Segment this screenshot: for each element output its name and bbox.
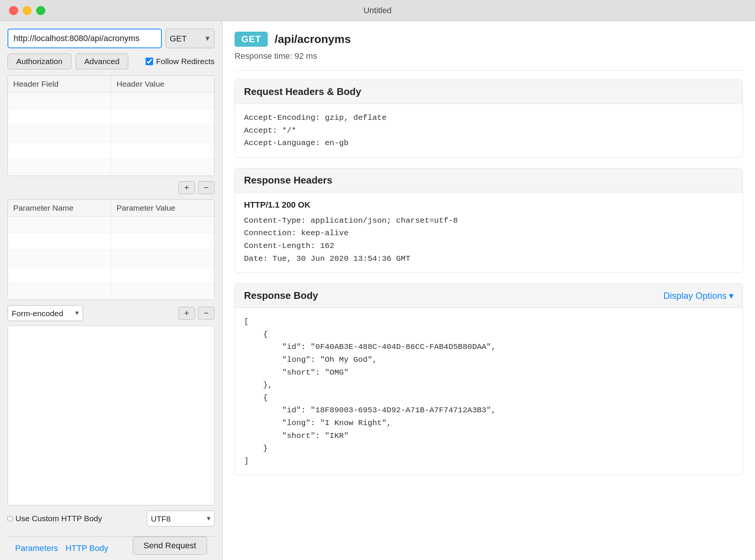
remove-header-button[interactable]: − [198,181,215,194]
response-headers-card: Response Headers HTTP/1.1 200 OK Content… [235,168,743,273]
response-body-header: Response Body Display Options ▾ [235,284,743,308]
response-headers-title: Response Headers [235,168,743,193]
header-value-cell[interactable] [111,109,214,125]
encoding-row: Form-encoded JSON XML ▼ + − [8,305,215,321]
params-plus-minus-row: + − [178,307,215,320]
advanced-button[interactable]: Advanced [76,54,128,69]
header-field-cell[interactable] [8,142,111,159]
header-field-cell[interactable] [8,93,111,109]
table-row [8,109,214,126]
headers-table: Header Field Header Value [8,75,215,176]
param-name-cell[interactable] [8,233,111,249]
utf8-select[interactable]: UTF8 UTF16 ASCII [147,511,215,526]
main-layout: GET POST PUT DELETE PATCH ▼ Authorizatio… [0,21,755,560]
add-param-button[interactable]: + [178,307,195,320]
response-headers-content: Content-Type: application/json; charset=… [244,214,734,265]
display-options-button[interactable]: Display Options ▾ [663,291,734,301]
window-controls [9,6,45,15]
buttons-row: Authorization Advanced Follow Redirects [8,54,215,69]
table-row [8,126,214,142]
params-table-header: Parameter Name Parameter Value [8,200,214,217]
custom-body-label: Use Custom HTTP Body [8,514,102,523]
headers-plus-minus-row: + − [8,181,215,194]
param-value-cell[interactable] [111,233,214,249]
follow-redirects-checkbox[interactable] [146,58,153,65]
param-value-col: Parameter Value [111,200,214,216]
header-value-cell[interactable] [111,159,214,176]
param-name-cell[interactable] [8,250,111,266]
response-headers-body: HTTP/1.1 200 OK Content-Type: applicatio… [235,193,743,272]
encoding-select-wrapper: Form-encoded JSON XML ▼ [8,305,83,321]
maximize-button[interactable] [36,6,45,15]
param-name-cell[interactable] [8,283,111,300]
response-time: Response time: 92 ms [235,51,743,61]
table-row [8,217,214,233]
url-row: GET POST PUT DELETE PATCH ▼ [8,29,215,48]
divider [235,70,743,70]
param-value-cell[interactable] [111,283,214,300]
custom-body-row: Use Custom HTTP Body UTF8 UTF16 ASCII ▼ [8,511,215,530]
header-value-col: Header Value [111,76,214,92]
param-value-cell[interactable] [111,250,214,266]
param-name-col: Parameter Name [8,200,111,216]
authorization-button[interactable]: Authorization [8,54,71,69]
remove-param-button[interactable]: − [198,307,215,320]
encoding-select[interactable]: Form-encoded JSON XML [8,305,83,321]
send-request-button[interactable]: Send Request [133,537,207,555]
tab-http-body[interactable]: HTTP Body [66,542,108,555]
table-row [8,233,214,250]
method-select[interactable]: GET POST PUT DELETE PATCH [166,29,215,48]
header-field-cell[interactable] [8,109,111,125]
header-field-cell[interactable] [8,159,111,176]
response-status: HTTP/1.1 200 OK [244,200,734,210]
param-name-cell[interactable] [8,217,111,233]
custom-body-checkbox[interactable] [8,516,12,521]
utf8-select-wrapper: UTF8 UTF16 ASCII ▼ [147,511,215,526]
minimize-button[interactable] [23,6,32,15]
request-headers-body: Accept-Encoding: gzip, deflate Accept: *… [235,104,743,157]
request-headers-content: Accept-Encoding: gzip, deflate Accept: *… [244,112,734,150]
endpoint-header: GET /api/acronyms [235,32,743,47]
body-textarea[interactable] [8,326,215,505]
right-panel: GET /api/acronyms Response time: 92 ms R… [223,21,755,560]
param-value-cell[interactable] [111,217,214,233]
headers-table-header: Header Field Header Value [8,76,214,93]
header-value-cell[interactable] [111,126,214,142]
header-field-col: Header Field [8,76,111,92]
follow-redirects-label: Follow Redirects [146,57,215,66]
response-body-content-wrapper: [ { "id": "0F40AB3E-488C-404D-86CC-FAB4D… [235,308,743,475]
header-value-cell[interactable] [111,142,214,159]
chevron-down-icon: ▾ [729,291,734,301]
param-value-cell[interactable] [111,266,214,283]
table-row [8,93,214,109]
get-badge: GET [235,32,268,47]
table-row [8,159,214,176]
table-row [8,266,214,283]
response-body-title: Response Body [244,290,318,301]
bottom-bar: Parameters HTTP Body Send Request [8,536,215,560]
url-input[interactable] [8,29,162,48]
tab-parameters[interactable]: Parameters [15,542,58,555]
header-value-cell[interactable] [111,93,214,109]
endpoint-path: /api/acronyms [275,33,351,46]
add-header-button[interactable]: + [178,181,195,194]
response-body-content: [ { "id": "0F40AB3E-488C-404D-86CC-FAB4D… [244,315,734,467]
bottom-tabs: Parameters HTTP Body Send Request [8,536,215,560]
table-row [8,142,214,159]
window-title: Untitled [364,6,392,15]
request-headers-title: Request Headers & Body [235,80,743,104]
response-body-card: Response Body Display Options ▾ [ { "id"… [235,283,743,475]
table-row [8,250,214,266]
param-name-cell[interactable] [8,266,111,283]
close-button[interactable] [9,6,18,15]
header-field-cell[interactable] [8,126,111,142]
titlebar: Untitled [0,0,755,21]
method-select-wrapper: GET POST PUT DELETE PATCH ▼ [166,29,215,48]
left-panel: GET POST PUT DELETE PATCH ▼ Authorizatio… [0,21,223,560]
params-table: Parameter Name Parameter Value [8,199,215,300]
table-row [8,283,214,300]
request-headers-card: Request Headers & Body Accept-Encoding: … [235,80,743,158]
